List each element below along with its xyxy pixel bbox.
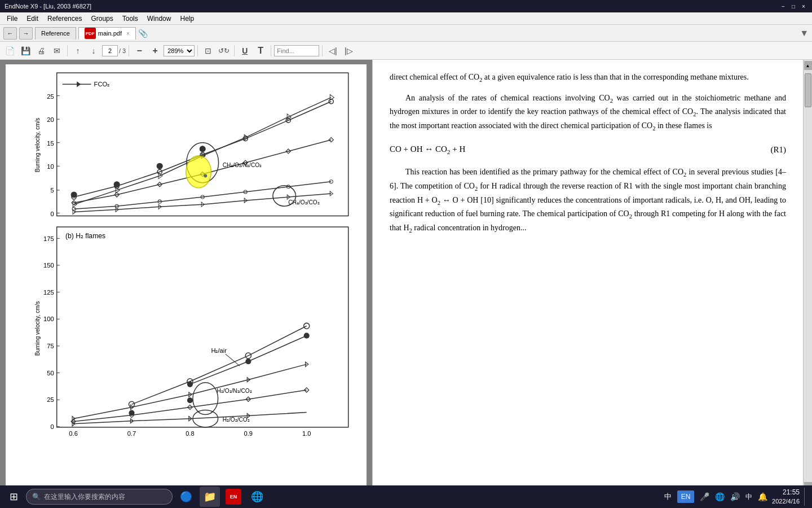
svg-point-99 (129, 410, 134, 415)
taskbar-cortana[interactable]: 🔵 (176, 487, 196, 507)
underline-button[interactable]: U (237, 44, 252, 58)
svg-text:0.9: 0.9 (244, 430, 253, 436)
clock[interactable]: 21:55 2022/4/16 (772, 488, 800, 506)
zoom-select[interactable]: 289% 100% 150% 200% (164, 45, 195, 56)
svg-text:100: 100 (43, 316, 54, 322)
taskbar-files[interactable]: 📁 (200, 487, 220, 507)
prev-ref-button[interactable]: ◁| (325, 44, 340, 58)
svg-text:0.7: 0.7 (127, 430, 136, 436)
menu-references[interactable]: References (43, 12, 86, 24)
equation-text: CO + OH ↔ CO2 + H (390, 142, 465, 157)
svg-rect-0 (57, 73, 348, 216)
show-desktop-button[interactable] (804, 488, 807, 506)
endnote-app-icon: EN (226, 489, 241, 505)
menu-groups[interactable]: Groups (86, 12, 117, 24)
svg-text:75: 75 (47, 343, 54, 349)
text-paragraph1: direct chemical effect of CO2 at a given… (390, 71, 786, 85)
pdf-icon: PDF (85, 28, 96, 39)
svg-text:FCO₂: FCO₂ (94, 81, 110, 87)
notification-icon[interactable]: 🔔 (758, 492, 767, 501)
svg-text:25: 25 (47, 396, 54, 403)
chart-bottom-svg: 0 25 50 75 100 125 150 175 (28, 224, 360, 436)
menu-help[interactable]: Help (175, 12, 198, 24)
page-number-input[interactable]: 2 (102, 45, 118, 56)
menu-file[interactable]: File (2, 12, 22, 24)
minimize-button[interactable]: − (779, 2, 787, 10)
menu-window[interactable]: Window (143, 12, 176, 24)
svg-point-45 (114, 182, 120, 187)
save-button[interactable]: 💾 (18, 44, 33, 58)
close-button[interactable]: × (800, 2, 807, 10)
attachment-icon[interactable]: 📎 (138, 29, 148, 38)
new-button[interactable]: 📄 (2, 44, 17, 58)
zoom-out-button[interactable]: − (132, 44, 147, 58)
back-button[interactable]: ← (3, 27, 17, 40)
pdf-page: Burning velocity, cm/s 0 5 10 15 20 (6, 64, 367, 488)
expand-icon[interactable]: ▼ (800, 28, 809, 38)
menu-tools[interactable]: Tools (118, 12, 143, 24)
volume-icon[interactable]: 🔊 (730, 492, 740, 501)
forward-button[interactable]: → (19, 27, 33, 40)
svg-text:H₂/O₂/N₂/CO₂: H₂/O₂/N₂/CO₂ (217, 388, 252, 394)
svg-text:0.8: 0.8 (186, 430, 195, 436)
titlebar: EndNote X9 - [Liu, 2003 #6827] − □ × (0, 0, 812, 12)
ime-en-indicator[interactable]: EN (677, 491, 694, 503)
email-button[interactable]: ✉ (50, 44, 64, 58)
taskbar-endnote[interactable]: EN (223, 487, 244, 507)
scroll-thumb[interactable] (805, 73, 811, 107)
text-paragraph3: This reaction has been identified as the… (390, 166, 786, 235)
equation-r1: CO + OH ↔ CO2 + H (R1) (390, 142, 786, 157)
titlebar-controls: − □ × (779, 2, 807, 10)
page-total: / 3 (119, 47, 126, 54)
network-icon[interactable]: 🌐 (715, 492, 725, 501)
reference-tab-label: Reference (41, 30, 70, 37)
chart-bottom-y-label: Burning velocity, cm/s (34, 301, 41, 356)
search-icon: 🔍 (32, 493, 41, 501)
svg-text:1.0: 1.0 (302, 430, 311, 436)
text-paragraph2: An analysis of the rates of chemical rea… (390, 92, 786, 134)
svg-text:5: 5 (50, 187, 54, 194)
scrollbar[interactable]: ▲ ▼ (803, 60, 812, 492)
menu-edit[interactable]: Edit (22, 12, 43, 24)
scroll-up-button[interactable]: ↑ (70, 44, 85, 58)
svg-point-52 (186, 156, 211, 188)
taskbar-right: 中 EN 🎤 🌐 🔊 中 🔔 21:55 2022/4/16 (664, 488, 807, 506)
menubar: File Edit References Groups Tools Window… (0, 12, 812, 25)
scroll-down-button[interactable]: ↓ (86, 44, 101, 58)
next-ref-button[interactable]: |▷ (341, 44, 356, 58)
start-button[interactable]: ⊞ (5, 488, 23, 506)
search-placeholder: 在这里输入你要搜索的内容 (44, 492, 125, 502)
maximize-button[interactable]: □ (789, 2, 797, 10)
toolbar: 📄 💾 🖨 ✉ ↑ ↓ 2 / 3 − + 289% 100% 150% 200… (0, 42, 812, 60)
main-content: Burning velocity, cm/s 0 5 10 15 20 (0, 60, 812, 492)
svg-text:H₂/air: H₂/air (211, 347, 227, 354)
mic-icon[interactable]: 🎤 (700, 492, 709, 501)
svg-text:125: 125 (43, 289, 54, 296)
svg-text:10: 10 (47, 163, 54, 170)
rotate-button[interactable]: ↺↻ (217, 44, 231, 58)
chart-top-y-label: Burning velocity, cm/s (34, 117, 41, 172)
fit-page-button[interactable]: ⊡ (201, 44, 215, 58)
sep3 (197, 45, 198, 56)
svg-text:50: 50 (47, 370, 54, 376)
ime-trad-icon[interactable]: 中 (664, 492, 672, 502)
taskbar-browser[interactable]: 🌐 (247, 487, 267, 507)
language-label[interactable]: 中 (745, 492, 752, 502)
svg-text:20: 20 (47, 116, 54, 123)
pdf-tab-label: main.pdf (98, 30, 122, 37)
chart-bottom: Burning velocity, cm/s 0 25 50 75 100 12… (28, 224, 360, 433)
svg-point-44 (71, 192, 77, 198)
pdf-tab[interactable]: PDF main.pdf × (78, 27, 136, 40)
pdf-tab-close[interactable]: × (126, 30, 130, 37)
svg-point-53 (204, 174, 207, 178)
find-input[interactable] (274, 45, 319, 56)
taskbar-search[interactable]: 🔍 在这里输入你要搜索的内容 (26, 489, 173, 505)
svg-text:CH₄/O₂/N₂/CO₂: CH₄/O₂/N₂/CO₂ (223, 162, 262, 168)
print-button[interactable]: 🖨 (34, 44, 48, 58)
scroll-up-arrow[interactable]: ▲ (804, 61, 812, 70)
zoom-in-button[interactable]: + (148, 44, 162, 58)
reference-tab[interactable]: Reference (35, 27, 76, 40)
chart-top: Burning velocity, cm/s 0 5 10 15 20 (28, 70, 360, 220)
svg-text:(b) H₂ flames: (b) H₂ flames (65, 232, 105, 240)
strikethrough-button[interactable]: T (253, 44, 268, 58)
